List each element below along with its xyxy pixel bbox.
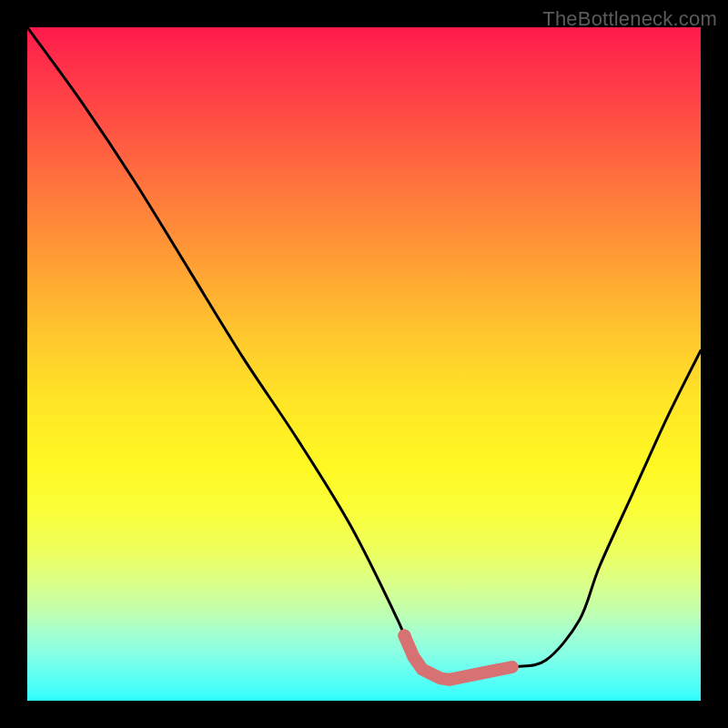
bottleneck-curve <box>27 27 701 681</box>
chart-svg <box>27 27 701 701</box>
chart-area <box>27 27 701 701</box>
optimal-point-dot <box>398 630 410 642</box>
watermark-text: TheBottleneck.com <box>542 7 717 31</box>
optimal-range-highlight <box>404 635 511 679</box>
